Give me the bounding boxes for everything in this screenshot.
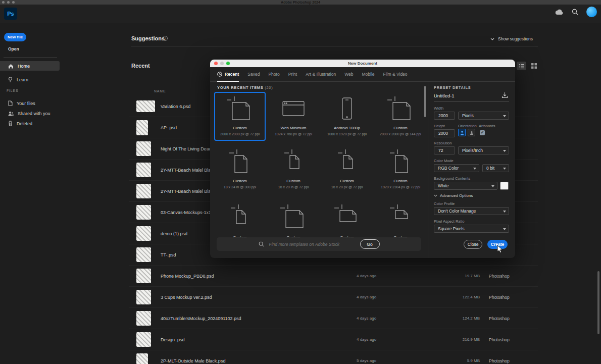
- chevron-down-icon: [434, 194, 437, 197]
- file-size: 122.4 MB: [439, 295, 480, 299]
- template-tile[interactable]: Custom16 x 20 in @ 72 ppi: [268, 145, 319, 194]
- document-icon: [387, 93, 414, 124]
- document-icon: [334, 199, 360, 234]
- close-window-icon[interactable]: [2, 1, 5, 4]
- name-column-header: NAME: [154, 89, 166, 93]
- dialog-tab-photo[interactable]: Photo: [268, 67, 279, 82]
- dialog-tab-art-illustration[interactable]: Art & Illustration: [306, 67, 336, 82]
- template-tile[interactable]: Web Minimum1024 x 768 px @ 72 ppi: [268, 92, 319, 141]
- window-title: Adobe Photoshop 2024: [0, 0, 601, 5]
- resolution-unit-select[interactable]: Pixels/Inch: [458, 146, 509, 154]
- file-thumbnail: [136, 141, 151, 156]
- document-icon: [227, 146, 253, 177]
- file-kind: Photoshop: [489, 295, 510, 300]
- artboards-label: Artboards: [479, 124, 495, 128]
- file-date: 4 days ago: [357, 274, 376, 278]
- color-profile-label: Color Profile: [434, 201, 455, 206]
- search-icon: [259, 241, 264, 247]
- file-size: 216.9 MB: [439, 337, 480, 342]
- table-row[interactable]: Phone Mockup_PBD8.psd4 days ago19.7 MBPh…: [129, 266, 538, 287]
- template-tile[interactable]: Custom2000 x 2000 px @ 72 ppi: [214, 92, 266, 141]
- document-icon: [227, 199, 253, 234]
- dialog-tab-film-video[interactable]: Film & Video: [383, 67, 408, 82]
- color-profile-select[interactable]: Don't Color Manage: [434, 207, 509, 215]
- template-search-bar: Go: [217, 237, 421, 251]
- orientation-portrait-button[interactable]: [458, 129, 466, 136]
- file-name: Variation 6.psd: [161, 104, 190, 109]
- sidebar-item-learn[interactable]: Learn: [0, 75, 60, 84]
- template-tile[interactable]: Custom16 x 20 px @ 72 ppi: [321, 145, 373, 194]
- trash-icon: [8, 121, 13, 126]
- file-thumbnail: [136, 353, 148, 364]
- file-thumbnail: [136, 269, 151, 283]
- open-button[interactable]: Open: [8, 46, 19, 51]
- template-dimensions: 16 x 20 in @ 72 ppi: [278, 185, 309, 189]
- avatar[interactable]: [586, 7, 597, 17]
- info-icon[interactable]: i: [163, 36, 168, 41]
- background-contents-select[interactable]: White: [434, 182, 497, 190]
- table-row[interactable]: Design .psd4 days ago216.9 MBPhotoshop: [129, 329, 538, 350]
- document-name-field[interactable]: Untitled-1: [434, 93, 509, 102]
- color-mode-select[interactable]: RGB Color: [434, 164, 479, 172]
- window-controls[interactable]: [2, 1, 15, 4]
- grid-view-icon: [531, 63, 537, 69]
- lightbulb-icon: [8, 77, 13, 82]
- create-button[interactable]: Create: [487, 240, 508, 249]
- template-scrollbar[interactable]: [424, 86, 426, 117]
- template-name: Custom: [393, 179, 408, 183]
- page-scrollbar[interactable]: [597, 271, 599, 334]
- background-color-swatch[interactable]: [500, 182, 509, 190]
- close-button[interactable]: Close: [464, 240, 482, 249]
- template-dimensions: 16 x 20 px @ 72 ppi: [331, 185, 363, 189]
- file-name: AP-.psd: [161, 125, 177, 130]
- list-view-button[interactable]: [517, 62, 526, 70]
- document-icon: [280, 146, 307, 177]
- sidebar-item-deleted[interactable]: Deleted: [0, 119, 60, 128]
- sidebar-item-home[interactable]: Home: [0, 61, 60, 71]
- show-suggestions-toggle[interactable]: Show suggestions: [490, 36, 533, 41]
- table-row[interactable]: 3 Cups Mockup ver.2.psd4 days ago122.4 M…: [129, 287, 538, 308]
- file-thumbnail: [136, 332, 151, 347]
- maximize-window-icon[interactable]: [12, 1, 15, 4]
- dialog-minimize-icon[interactable]: [220, 62, 224, 65]
- template-tile[interactable]: Custom2000 x 2000 px @ 144 ppi: [375, 92, 426, 141]
- template-dimensions: 2000 x 2000 px @ 72 ppi: [220, 132, 260, 136]
- width-input[interactable]: 2000: [434, 112, 455, 120]
- panel-divider: [428, 82, 428, 258]
- file-name: 2P-MLT-Outside Male Black.psd: [161, 358, 225, 363]
- phone-icon: [341, 93, 353, 124]
- file-name: demo (1).psd: [161, 231, 187, 236]
- preset-details-title: PRESET DETAILS: [434, 85, 471, 90]
- template-tile[interactable]: Custom18 x 24 in @ 300 ppi: [214, 145, 266, 194]
- bit-depth-select[interactable]: 8 bit: [482, 164, 509, 172]
- dialog-tab-web[interactable]: Web: [344, 67, 353, 82]
- dialog-tab-print[interactable]: Print: [288, 67, 297, 82]
- orientation-landscape-button[interactable]: [468, 129, 475, 136]
- cloud-icon[interactable]: [555, 9, 564, 15]
- save-preset-icon[interactable]: [502, 92, 508, 98]
- search-icon[interactable]: [572, 9, 578, 15]
- table-row[interactable]: 2P-MLT-Outside Male Black.psd5 days ago5…: [129, 350, 538, 364]
- pixel-aspect-ratio-select[interactable]: Square Pixels: [434, 225, 509, 233]
- dialog-tab-recent[interactable]: Recent: [217, 67, 239, 82]
- height-input[interactable]: 2000: [434, 129, 455, 137]
- list-view-icon: [519, 64, 525, 69]
- go-button[interactable]: Go: [360, 239, 380, 249]
- dialog-tab-saved[interactable]: Saved: [247, 67, 260, 82]
- sidebar-item-shared-with-you[interactable]: Shared with you: [0, 109, 60, 118]
- dialog-zoom-icon[interactable]: [226, 62, 230, 65]
- sidebar-item-your-files[interactable]: Your files: [0, 98, 60, 108]
- template-search-input[interactable]: [269, 242, 355, 247]
- advanced-options-toggle[interactable]: Advanced Options: [434, 193, 473, 198]
- template-tile[interactable]: Android 1080p1080 x 1920 px @ 72 ppi: [321, 92, 373, 141]
- width-unit-select[interactable]: Pixels: [458, 112, 509, 120]
- grid-view-button[interactable]: [529, 62, 539, 70]
- minimize-window-icon[interactable]: [7, 1, 10, 4]
- dialog-tab-mobile[interactable]: Mobile: [362, 67, 374, 82]
- dialog-close-icon[interactable]: [214, 62, 218, 65]
- resolution-input[interactable]: 72: [434, 146, 455, 154]
- template-tile[interactable]: Custom1920 x 2304 px @ 72 ppi: [375, 145, 426, 194]
- artboards-checkbox[interactable]: ✓: [480, 130, 485, 135]
- table-row[interactable]: 40ozTumblersMockup_2024091102.psd4 days …: [129, 308, 538, 329]
- new-file-button[interactable]: New file: [4, 33, 26, 41]
